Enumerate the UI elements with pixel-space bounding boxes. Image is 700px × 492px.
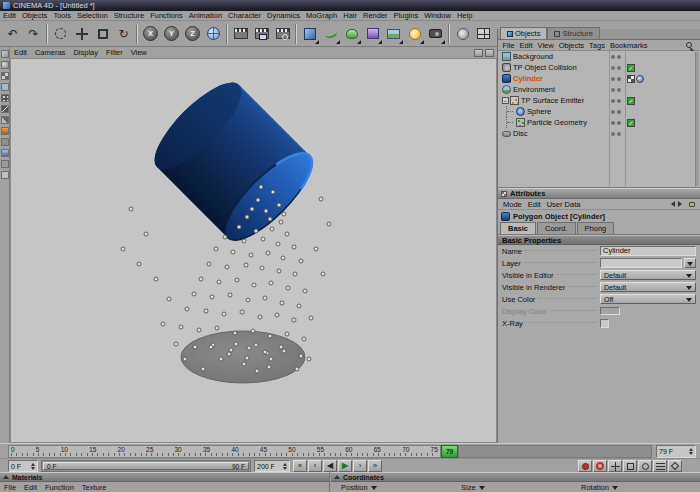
tree-row-disc[interactable]: Disc [498,128,700,139]
menu-window[interactable]: Window [421,11,454,20]
viewport-menu-display[interactable]: Display [69,48,102,57]
visibility-dots[interactable] [611,99,621,103]
spinner-arrows-icon[interactable] [31,461,35,472]
render-view-button[interactable] [230,23,251,45]
use-color-dropdown[interactable]: Off [600,294,696,304]
display-mode-button[interactable] [452,23,473,45]
om-menu-file[interactable]: File [500,41,517,50]
menu-tools[interactable]: Tools [50,11,74,20]
viewport-solo-icon[interactable] [1,138,9,146]
previous-frame-button[interactable]: ‹ [308,460,322,472]
materials-menu-texture[interactable]: Texture [78,483,111,492]
keyframe-position-toggle[interactable] [608,460,622,472]
history-forward-icon[interactable] [678,201,685,207]
om-menu-tags[interactable]: Tags [587,41,608,50]
live-selection-button[interactable] [50,23,71,45]
menu-objects[interactable]: Objects [19,11,50,20]
visibility-dots[interactable] [611,110,621,114]
object-tree-scrollbar[interactable] [695,52,699,186]
viewport-maximize-icon[interactable] [485,49,494,57]
expression-tag-icon[interactable] [627,64,635,72]
goto-start-button[interactable]: « [293,460,307,472]
spinner-arrows-icon[interactable] [689,446,693,457]
polygons-mode-icon[interactable] [1,116,9,124]
materials-menu-function[interactable]: Function [41,483,78,492]
visibility-dots[interactable] [611,88,621,92]
edges-mode-icon[interactable] [1,105,9,113]
tab-phong[interactable]: Phong [577,222,615,234]
lock-icon[interactable] [689,202,695,207]
document-end-field[interactable]: 200 F [254,460,290,472]
render-picture-viewer-button[interactable] [251,23,272,45]
tree-row-cylinder[interactable]: Cylinder [498,73,700,84]
position-column-header[interactable]: Position [331,483,451,492]
add-camera-button[interactable] [425,23,446,45]
om-menu-edit[interactable]: Edit [517,41,535,50]
add-modeling-object-button[interactable] [362,23,383,45]
visibility-dots[interactable] [611,66,621,70]
model-mode-icon[interactable] [1,61,9,69]
attr-menu-mode[interactable]: Mode [500,200,525,209]
y-axis-lock-button[interactable]: Y [161,23,182,45]
locked-workplane-icon[interactable] [1,160,9,168]
name-input[interactable]: Cylinder [600,246,696,256]
coordinate-system-button[interactable] [203,23,224,45]
search-icon[interactable] [686,42,692,48]
history-back-icon[interactable] [668,201,675,207]
enable-axis-icon[interactable] [1,127,9,135]
timeline-playhead[interactable]: 79 [441,445,458,458]
layer-field[interactable] [600,258,682,268]
om-menu-objects[interactable]: Objects [556,41,586,50]
workplane-mode-icon[interactable] [1,83,9,91]
menu-plugins[interactable]: Plugins [391,11,422,20]
move-tool-button[interactable] [71,23,92,45]
play-backward-button[interactable]: ◀ [323,460,337,472]
visible-in-renderer-dropdown[interactable]: Default [600,282,696,292]
attr-menu-user-data[interactable]: User Data [544,200,584,209]
rotate-tool-button[interactable] [113,23,134,45]
undo-button[interactable] [2,23,23,45]
z-axis-lock-button[interactable]: Z [182,23,203,45]
texture-tag-icon[interactable] [627,75,635,83]
expression-tag-icon[interactable] [627,97,635,105]
menu-edit[interactable]: Edit [0,11,19,20]
points-mode-icon[interactable] [1,94,9,102]
viewport-menu-view[interactable]: View [127,48,151,57]
tab-basic[interactable]: Basic [500,222,536,234]
keyframe-pla-toggle[interactable] [668,460,682,472]
play-forward-button[interactable]: ▶ [338,460,352,472]
phong-tag-icon[interactable] [636,75,644,83]
rotation-column-header[interactable]: Rotation [571,483,691,492]
make-editable-icon[interactable] [1,50,9,58]
menu-dynamics[interactable]: Dynamics [264,11,303,20]
size-column-header[interactable]: Size [451,483,571,492]
layer-browse-button[interactable] [684,258,696,268]
next-frame-button[interactable]: › [353,460,367,472]
tree-row-particle-geometry[interactable]: Particle Geometry [498,117,700,128]
add-spline-button[interactable] [320,23,341,45]
visibility-dots[interactable] [611,55,621,59]
keyframe-parameter-toggle[interactable] [653,460,667,472]
visibility-dots[interactable] [611,132,621,136]
quantize-icon[interactable] [1,171,9,179]
tree-row-tp-surface-emitter[interactable]: TP Surface Emitter [498,95,700,106]
menu-render[interactable]: Render [360,11,391,20]
collapse-expander-icon[interactable] [502,97,509,104]
spinner-arrows-icon[interactable] [283,461,287,472]
menu-character[interactable]: Character [225,11,264,20]
current-frame-field[interactable]: 79 F [656,445,696,458]
attr-menu-edit[interactable]: Edit [525,200,544,209]
collapse-triangle-icon[interactable] [3,472,9,479]
x-axis-lock-button[interactable]: X [140,23,161,45]
visibility-dots[interactable] [611,77,621,81]
title-bar[interactable]: CINEMA 4D - [Untitled *] [0,0,700,11]
scale-tool-button[interactable] [92,23,113,45]
timeline-ruler-outside-range[interactable] [458,445,652,458]
add-light-button[interactable] [404,23,425,45]
materials-menu-file[interactable]: File [0,483,20,492]
menu-functions[interactable]: Functions [147,11,186,20]
menu-animation[interactable]: Animation [186,11,225,20]
visibility-dots[interactable] [611,121,621,125]
viewport-canvas[interactable] [10,58,497,443]
keyframe-rotation-toggle[interactable] [638,460,652,472]
